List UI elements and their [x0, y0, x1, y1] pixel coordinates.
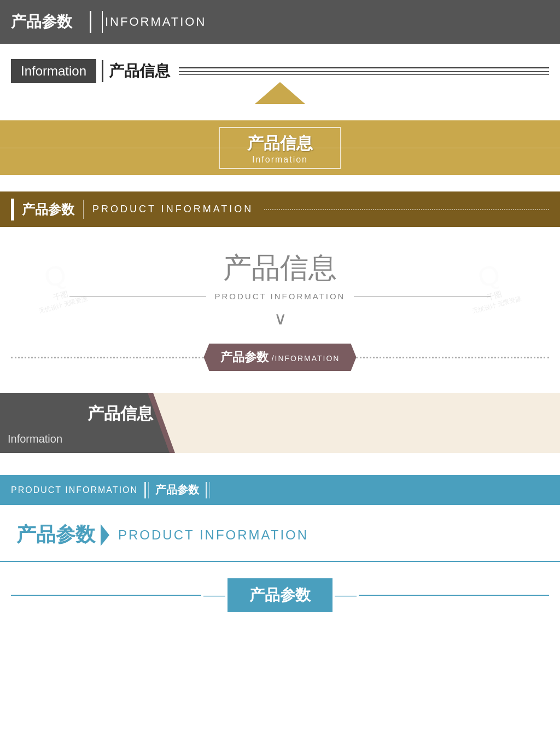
section1-bar: 产品参数 INFORMATION — [0, 0, 560, 44]
s6-dots-right — [356, 357, 549, 358]
s5-en-row: PRODUCT INFORMATION — [11, 292, 549, 301]
s3-horizontal-line — [0, 148, 560, 148]
s4-dots — [264, 209, 549, 210]
s6-ribbon-cn: 产品参数 — [220, 350, 269, 364]
s10-line-right — [359, 595, 549, 596]
s1-cn-label: 产品参数 — [11, 11, 81, 32]
section7-beige-bar: 产品信息 Information — [0, 393, 560, 453]
section6-ribbon: 产品参数 /INFORMATION — [0, 333, 560, 387]
s3-cn-label: 产品信息 — [247, 132, 313, 155]
s4-cn-label: 产品参数 — [22, 201, 74, 218]
s4-en-label: PRODUCT INFORMATION — [92, 204, 253, 215]
s1-divider2 — [102, 11, 103, 33]
section9-blue-outline: 产品参数 PRODUCT INFORMATION — [0, 508, 560, 562]
s2-line-thick — [179, 67, 549, 68]
s10-cn-box: 产品参数 — [228, 578, 332, 612]
s9-diagonal-icon — [101, 524, 109, 546]
s8-div3 — [206, 482, 207, 498]
s9-cn-label: 产品参数 — [16, 521, 95, 548]
s4-accent — [11, 199, 14, 220]
s7-en-label: Information — [8, 433, 62, 445]
s7-cn-label: 产品信息 — [88, 403, 153, 425]
section8-blue-bar: PRODUCT INFORMATION 产品参数 — [0, 475, 560, 505]
s6-ribbon-box: 产品参数 /INFORMATION — [204, 344, 357, 371]
s2-line-thin2 — [179, 74, 549, 75]
section10-centered-box: —— 产品参数 —— — [0, 562, 560, 623]
s2-info-box: Information — [11, 59, 96, 83]
s8-div1 — [144, 482, 146, 498]
s3-en-label: Information — [252, 155, 308, 165]
s2-cn-label: 产品信息 — [109, 61, 170, 82]
s5-en-label: PRODUCT INFORMATION — [215, 292, 346, 301]
s5-line-right — [354, 296, 491, 297]
section3-wrapper: 产品信息 Information — [0, 104, 560, 175]
s2-line-thin — [179, 71, 549, 72]
section5-large-text: Q 千图 无忧设计 无限资源 Q 千图 无忧设计 无限资源 产品信息 PRODU… — [0, 227, 560, 333]
s5-chevron-icon: ∨ — [274, 309, 287, 328]
s8-div4 — [209, 482, 210, 498]
s10-line-left — [11, 595, 201, 596]
s6-dots-left — [11, 357, 204, 358]
s8-div2 — [148, 482, 149, 498]
s4-pipe — [83, 200, 84, 219]
s5-cn-label: 产品信息 — [11, 249, 549, 287]
s6-ribbon-en: /INFORMATION — [272, 354, 340, 363]
s3-triangle-fill — [255, 82, 305, 104]
section3-gold-bar: 产品信息 Information — [0, 120, 560, 175]
s8-cn-label: 产品参数 — [155, 483, 199, 497]
s8-en-label: PRODUCT INFORMATION — [11, 485, 138, 495]
s2-pipe — [102, 60, 103, 82]
s1-divider1 — [90, 11, 91, 33]
section4-bar: 产品参数 PRODUCT INFORMATION — [0, 191, 560, 227]
s2-lines — [179, 67, 549, 75]
s5-chevron-wrap: ∨ — [11, 310, 549, 327]
s10-dash-right: —— — [335, 589, 357, 602]
s9-en-label: PRODUCT INFORMATION — [118, 527, 308, 543]
s10-dash-left: —— — [203, 589, 225, 602]
s5-line-left — [69, 296, 206, 297]
s1-en-label: INFORMATION — [105, 15, 206, 29]
